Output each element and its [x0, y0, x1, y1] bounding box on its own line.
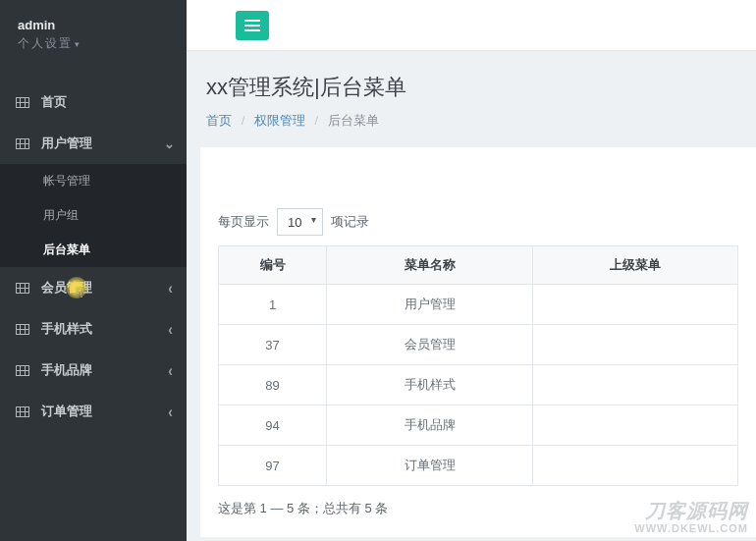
main-nav: 首页 用户管理 帐号管理 用户组 后台菜单 会员管理 手机样式 手机品牌	[0, 81, 187, 432]
subnav-menu[interactable]: 后台菜单	[0, 233, 187, 267]
grid-icon	[16, 406, 29, 417]
nav-label: 首页	[41, 93, 67, 111]
table-row: 89 手机样式	[219, 365, 738, 406]
subnav-user-mgmt: 帐号管理 用户组 后台菜单	[0, 164, 187, 267]
cell-id: 94	[219, 406, 327, 446]
cell-parent	[533, 365, 738, 406]
grid-icon	[16, 283, 29, 294]
nav-order[interactable]: 订单管理	[0, 391, 187, 432]
grid-icon	[16, 97, 29, 108]
cell-name: 手机样式	[327, 365, 533, 406]
grid-icon	[16, 365, 29, 376]
breadcrumb-section[interactable]: 权限管理	[254, 113, 305, 128]
page-header: xx管理系统|后台菜单 首页 / 权限管理 / 后台菜单	[187, 51, 756, 147]
user-settings-dropdown[interactable]: 个人设置 ▾	[18, 35, 81, 52]
user-settings-label: 个人设置	[18, 35, 73, 52]
cell-parent	[533, 446, 738, 486]
content-panel: 每页显示 10 项记录 编号 菜单名称 上级菜单	[200, 147, 756, 537]
breadcrumb-home[interactable]: 首页	[206, 113, 232, 128]
table-row: 97 订单管理	[219, 446, 738, 486]
sidebar: admin 个人设置 ▾ 首页 用户管理 帐号管理 用户组 后台菜单	[0, 0, 187, 541]
cell-id: 37	[219, 325, 327, 365]
cell-name: 用户管理	[327, 285, 533, 325]
main-area: xx管理系统|后台菜单 首页 / 权限管理 / 后台菜单 每页显示 10 项记录	[187, 0, 756, 541]
cell-id: 89	[219, 365, 327, 406]
table-row: 37 会员管理	[219, 325, 738, 365]
cell-parent	[533, 406, 738, 446]
nav-member[interactable]: 会员管理	[0, 267, 187, 308]
th-name[interactable]: 菜单名称	[327, 246, 533, 285]
data-table: 编号 菜单名称 上级菜单 1 用户管理 37 会员管理	[218, 245, 738, 486]
nav-label: 会员管理	[41, 279, 92, 297]
grid-icon	[16, 138, 29, 149]
cell-id: 97	[219, 446, 327, 486]
cell-name: 手机品牌	[327, 406, 533, 446]
breadcrumb-current: 后台菜单	[328, 113, 379, 128]
nav-label: 用户管理	[41, 135, 92, 152]
page-title: xx管理系统|后台菜单	[206, 73, 736, 102]
th-id[interactable]: 编号	[219, 246, 327, 285]
caret-down-icon: ▾	[75, 39, 81, 49]
username: admin	[18, 18, 169, 32]
page-length-control: 每页显示 10 项记录	[218, 208, 738, 236]
nav-phone-brand[interactable]: 手机品牌	[0, 350, 187, 391]
subnav-account[interactable]: 帐号管理	[0, 164, 187, 198]
grid-icon	[16, 324, 29, 335]
toggle-sidebar-button[interactable]	[236, 11, 269, 40]
cell-name: 订单管理	[327, 446, 533, 486]
nav-label: 手机样式	[41, 320, 92, 338]
cell-name: 会员管理	[327, 325, 533, 365]
page-length-select[interactable]: 10	[277, 208, 323, 236]
nav-phone-style[interactable]: 手机样式	[0, 308, 187, 350]
table-row: 1 用户管理	[219, 285, 738, 325]
nav-label: 订单管理	[41, 403, 92, 420]
topbar	[187, 0, 756, 51]
cell-id: 1	[219, 285, 327, 325]
length-suffix: 项记录	[331, 213, 369, 231]
nav-home[interactable]: 首页	[0, 81, 187, 123]
th-parent[interactable]: 上级菜单	[533, 246, 738, 285]
user-block: admin 个人设置 ▾	[0, 0, 187, 62]
cell-parent	[533, 285, 738, 325]
length-prefix: 每页显示	[218, 213, 269, 231]
nav-label: 手机品牌	[41, 361, 92, 379]
breadcrumb: 首页 / 权限管理 / 后台菜单	[206, 112, 736, 130]
nav-user-mgmt[interactable]: 用户管理	[0, 123, 187, 164]
table-row: 94 手机品牌	[219, 406, 738, 446]
subnav-group[interactable]: 用户组	[0, 198, 187, 233]
hamburger-icon	[244, 25, 260, 27]
table-info: 这是第 1 — 5 条；总共有 5 条	[218, 500, 738, 517]
cell-parent	[533, 325, 738, 365]
